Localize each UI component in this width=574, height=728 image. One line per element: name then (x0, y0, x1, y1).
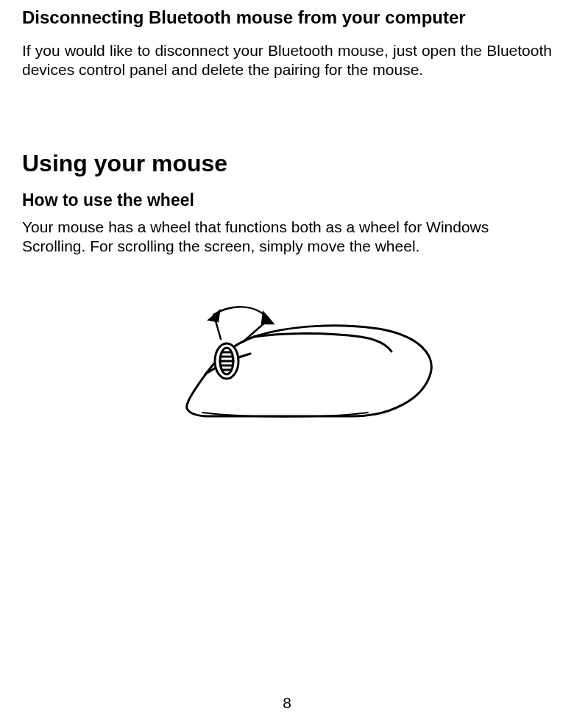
mouse-illustration (132, 296, 442, 429)
body-text-wheel: Your mouse has a wheel that functions bo… (22, 218, 552, 257)
svg-marker-7 (209, 311, 219, 321)
body-text-disconnecting: If you would like to disconnect your Blu… (22, 41, 552, 80)
section-heading-disconnecting: Disconnecting Bluetooth mouse from your … (22, 7, 552, 28)
svg-marker-8 (262, 313, 273, 324)
page-number: 8 (0, 694, 574, 712)
sub-heading-wheel: How to use the wheel (22, 190, 552, 210)
main-heading-using-mouse: Using your mouse (22, 150, 552, 177)
